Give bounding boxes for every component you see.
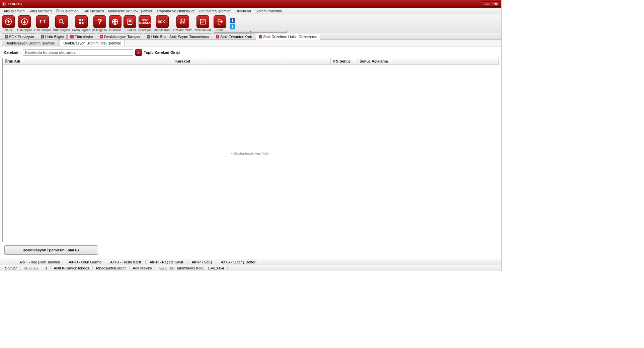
sgk-medula-icon: SGKMEDULA	[139, 15, 151, 28]
results-grid: Ürün Adı Karekod ITS Sonuç Sonuç Açıklam…	[2, 58, 499, 242]
close-tab-icon[interactable]: ×	[147, 35, 150, 38]
toolbar-collapse-handle[interactable]	[214, 31, 288, 33]
people-icon	[75, 15, 88, 28]
menu-urun[interactable]: Ürün İşlemleri	[54, 8, 80, 14]
status-server: Srv.Var	[2, 266, 20, 270]
subtab-bildirim[interactable]: Deaktivasyon Bildirim İşlemleri	[2, 40, 59, 46]
tab-sgk-provizyon[interactable]: ×SGK Provizyon	[2, 33, 37, 39]
status-zero: 0	[41, 266, 50, 270]
karekod-label: Karekod :	[4, 50, 21, 54]
subtab-bildirim-iptal[interactable]: Deaktivasyon Bildirim İptal İşlemleri	[60, 40, 125, 46]
toolbar-tum-satislar[interactable]: Tüm Satışlar	[33, 15, 51, 32]
toplu-karekod-icon[interactable]: ≡	[135, 49, 142, 56]
toolbar-guncelle[interactable]: Güncelle	[108, 15, 122, 32]
close-tab-icon[interactable]: ×	[70, 35, 74, 38]
col-its-sonuc[interactable]: ITS Sonuç	[331, 58, 357, 65]
toolbar-hasta-bilgileri[interactable]: Hasta Bilgileri	[72, 15, 91, 32]
shortcut-siparis[interactable]: Alt+S - Sipariş Defteri	[217, 260, 260, 264]
col-sonuc-aciklama[interactable]: Sonuç Açıklama	[357, 58, 499, 65]
toolbar-tebeosa-yaz[interactable]: Tebeosa Yaz	[194, 15, 212, 32]
shortcut-urun-gorme[interactable]: Alt+U - Ürün Görme	[65, 260, 106, 264]
arrow-down-icon	[18, 15, 31, 28]
menu-cari[interactable]: Cari İşlemleri	[80, 8, 106, 14]
toolbar-provizyon[interactable]: SGKMEDULAProvizyon	[138, 15, 152, 32]
col-karekod[interactable]: Karekod	[173, 58, 331, 65]
globe-refresh-icon	[109, 15, 122, 28]
menu-raporlar[interactable]: Raporlar ve İstatistikler	[155, 8, 197, 14]
shortcut-recete-kayit[interactable]: Alt+R - Reçete Kayıt	[145, 260, 187, 264]
shortcut-hasta-karti[interactable]: Alt+H - Hasta Kartı	[106, 260, 145, 264]
toolbar-its-dogrula[interactable]: ?its Doğrula	[92, 15, 107, 32]
toolbar: Satış Tüm Alışlar Tüm Satışlar Ürün Bilg…	[0, 14, 501, 33]
deaktivasyon-iptal-button[interactable]: Deaktivasyon İşlemlerini İptal ET	[4, 245, 98, 255]
tab-tum-alislar[interactable]: ×Tüm Alışlar	[67, 33, 96, 39]
toolbar-medula-konf[interactable]: SGK↓Medula Konf.	[153, 15, 172, 32]
svg-point-7	[180, 19, 182, 21]
app-window: E TebEOS — ✕ Alış İşlemleri Satış İşleml…	[0, 0, 501, 271]
write-icon	[196, 15, 209, 28]
window-controls: — ✕	[483, 1, 500, 7]
status-machine: Ana Makina	[130, 266, 156, 270]
toolbar-satis[interactable]: Satış	[2, 15, 15, 32]
tab-stok-sayim[interactable]: ×Ürün Bazlı Stok Sayım Tamamlama	[144, 33, 212, 39]
karekod-row: Karekod : ≡ Toplu Karekod Girişi	[2, 48, 500, 57]
tab-urun-bilgisi[interactable]: ×Ürün Bilgisi	[38, 33, 67, 39]
close-tab-icon[interactable]: ×	[41, 35, 44, 38]
menu-duyurular[interactable]: Duyurular	[233, 8, 253, 14]
toolbar-e-fatura[interactable]: E- Fatura	[123, 15, 137, 32]
action-row: Deaktivasyon İşlemlerini İptal ET	[2, 243, 500, 257]
svg-point-8	[183, 19, 185, 21]
tab-deaktivasyon-tarayici[interactable]: ×Deaktivasyon Tarayıcı	[97, 33, 143, 39]
toplu-karekod-button[interactable]: Toplu Karekod Girişi	[144, 50, 180, 54]
tab-stok-envanter[interactable]: ×Stok Envanter Kartı	[213, 33, 255, 39]
search-icon	[55, 15, 68, 28]
question-icon: ?	[93, 15, 106, 28]
grid-header: Ürün Adı Karekod ITS Sonuç Sonuç Açıklam…	[3, 58, 499, 65]
grid-empty-message: <Gösterilecek Veri Yok>	[3, 65, 499, 242]
content-area: Karekod : ≡ Toplu Karekod Girişi Ürün Ad…	[0, 46, 501, 259]
shortcut-ilac-bitim[interactable]: Alt+T - İlaç Bitim Tarihleri	[15, 260, 65, 264]
col-urun-adi[interactable]: Ürün Adı	[3, 58, 173, 65]
titlebar: E TebEOS — ✕	[0, 0, 501, 8]
toolbar-uzaktan-yardim[interactable]: Uzaktan Yrdm	[173, 15, 193, 32]
invoice-icon	[124, 15, 136, 28]
toolbar-cikis[interactable]: Çıkış	[213, 15, 227, 32]
close-button[interactable]: ✕	[492, 1, 500, 7]
svg-point-3	[79, 19, 81, 21]
shortcut-satis[interactable]: Alt+P - Satış	[187, 260, 217, 264]
close-tab-icon[interactable]: ×	[5, 35, 8, 38]
status-user: Aktif Kullanıcı: tebeos	[51, 266, 93, 270]
twitter-icon[interactable]: t	[230, 24, 235, 29]
toolbar-urun-bilgileri[interactable]: Ürün Bilgileri	[53, 15, 70, 32]
arrow-up-icon	[2, 15, 15, 28]
menu-tanimlama[interactable]: Tanımlama İşlemleri	[196, 8, 233, 14]
social-icons: f t	[230, 18, 235, 29]
close-tab-icon[interactable]: ×	[100, 35, 103, 38]
menu-muhasebe[interactable]: Muhasebe ve Stok İşlemleri	[106, 8, 155, 14]
arrows-up-icon	[36, 15, 49, 28]
menu-alis[interactable]: Alış İşlemleri	[2, 8, 26, 14]
status-sgk-kod: SGK Tekil Tanımlayıcı Kodu : 18410354	[156, 266, 228, 270]
status-email: tebeos@teb.org.tr	[93, 266, 129, 270]
remote-help-icon	[176, 15, 189, 28]
minimize-button[interactable]: —	[483, 1, 491, 7]
status-bar: Srv.Var v.6.8.3.6 0 Aktif Kullanıcı: teb…	[0, 265, 501, 271]
shortcut-bar: Alt+T - İlaç Bitim Tarihleri Alt+U - Ürü…	[0, 259, 501, 265]
close-tab-icon[interactable]: ×	[259, 35, 262, 38]
menu-sistem[interactable]: Sistem Yönetimi	[253, 8, 284, 14]
toolbar-tum-alislar[interactable]: Tüm Alışlar	[16, 15, 32, 32]
menubar: Alış İşlemleri Satış İşlemleri Ürün İşle…	[0, 8, 501, 14]
exit-icon	[214, 15, 226, 28]
facebook-icon[interactable]: f	[230, 18, 235, 23]
sgk-settings-icon: SGK↓	[156, 15, 169, 28]
status-version: v.6.8.3.6	[20, 266, 41, 270]
close-tab-icon[interactable]: ×	[216, 35, 219, 38]
app-logo-icon: E	[2, 2, 6, 6]
svg-point-4	[81, 19, 83, 21]
tab-stok-duzeltme[interactable]: ×Stok Düzeltme Hakkı Düzenleme	[256, 34, 320, 40]
karekod-input[interactable]	[23, 49, 133, 56]
menu-satis[interactable]: Satış İşlemleri	[26, 8, 54, 14]
sub-tabs: Deaktivasyon Bildirim İşlemleri Deaktiva…	[0, 40, 501, 46]
document-tabs: ×SGK Provizyon ×Ürün Bilgisi ×Tüm Alışla…	[0, 33, 501, 40]
window-title: TebEOS	[8, 2, 483, 6]
